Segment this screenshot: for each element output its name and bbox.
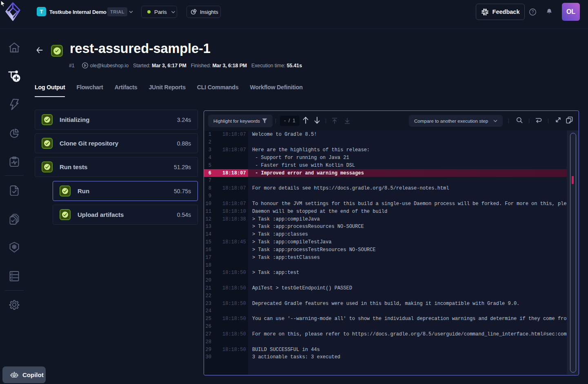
svg-text:?: ? — [532, 10, 534, 14]
